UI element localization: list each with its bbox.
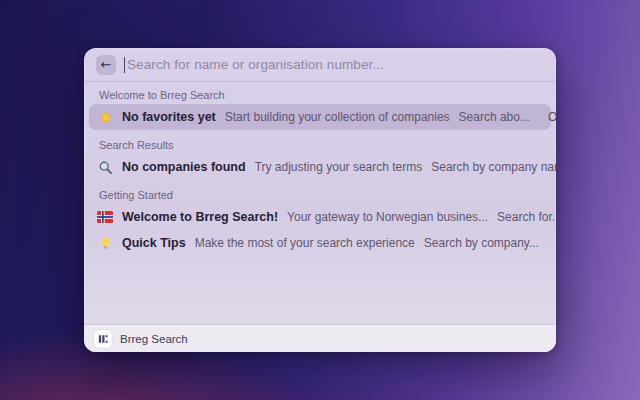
item-detail: Search by company... [424, 236, 539, 250]
section-search-results: Search Results No companies found Try ad… [89, 136, 551, 180]
item-title: No companies found [122, 160, 246, 174]
search-input[interactable]: Search for name or organisation number..… [124, 48, 544, 81]
search-bar: ← Search for name or organisation number… [84, 48, 556, 82]
section-header: Search Results [89, 136, 551, 154]
list-item-no-companies[interactable]: No companies found Try adjusting your se… [89, 154, 551, 180]
item-detail: Search for... [497, 210, 556, 224]
footer-app-name: Brreg Search [120, 333, 188, 345]
list-item-no-favorites[interactable]: No favorites yet Start building your col… [89, 104, 551, 130]
item-detail: Search by company name [431, 160, 556, 174]
item-detail: Search abo... [459, 110, 530, 124]
item-accessory: Organize with custom emojis [548, 110, 556, 124]
item-subtitle: Your gateway to Norwegian busines... [287, 210, 488, 224]
list-item-welcome[interactable]: Welcome to Brreg Search! Your gateway to… [89, 204, 551, 230]
footer-bar: Brreg Search [84, 324, 556, 352]
search-window: ← Search for name or organisation number… [84, 48, 556, 352]
brreg-logo-icon [94, 330, 112, 348]
item-title: Quick Tips [122, 236, 186, 250]
back-button[interactable]: ← [96, 55, 116, 75]
item-subtitle: Try adjusting your search terms [255, 160, 423, 174]
item-title: Welcome to Brreg Search! [122, 210, 278, 224]
text-caret [124, 57, 125, 73]
norway-flag-icon [97, 209, 113, 225]
search-placeholder: Search for name or organisation number..… [127, 57, 384, 72]
item-subtitle: Start building your collection of compan… [225, 110, 450, 124]
section-header: Welcome to Brreg Search [89, 86, 551, 104]
results-list: Welcome to Brreg Search No favorites yet… [84, 82, 556, 324]
list-item-quick-tips[interactable]: Quick Tips Make the most of your search … [89, 230, 551, 256]
section-header: Getting Started [89, 186, 551, 204]
lightbulb-icon [97, 235, 113, 251]
star-icon [97, 109, 113, 125]
item-subtitle: Make the most of your search experience [195, 236, 415, 250]
item-title: No favorites yet [122, 110, 216, 124]
section-getting-started: Getting Started Welcome to Brreg Search!… [89, 186, 551, 256]
magnifier-icon [97, 159, 113, 175]
section-welcome: Welcome to Brreg Search No favorites yet… [89, 86, 551, 130]
